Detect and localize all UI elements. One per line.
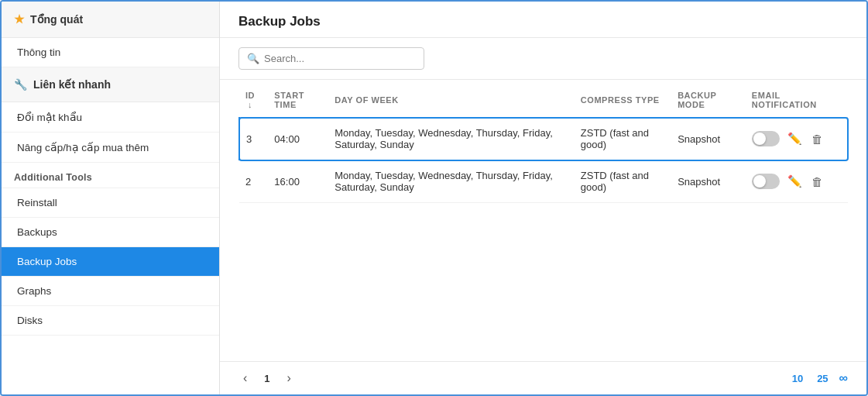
cell-backup-mode: Snapshot: [671, 160, 746, 203]
sidebar-section-tong-quat-label: Tổng quát: [30, 13, 83, 26]
star-icon: ★: [14, 12, 24, 26]
sidebar-item-disks[interactable]: Disks: [2, 306, 219, 336]
sidebar-item-nang-cap-label: Nâng cấp/hạ cấp mua thêm: [17, 141, 149, 153]
sidebar-item-thong-tin-label: Thông tin: [17, 46, 60, 58]
sidebar-section-lien-ket: 🔧 Liên kết nhanh: [2, 67, 219, 102]
cell-start-time: 04:00: [268, 118, 328, 160]
email-toggle[interactable]: [752, 174, 780, 189]
sidebar-item-thong-tin[interactable]: Thông tin: [2, 38, 219, 67]
sidebar-section-tong-quat: ★ Tổng quát: [2, 2, 219, 38]
col-email-notification: EMAIL NOTIFICATION: [746, 83, 848, 118]
sidebar-item-reinstall[interactable]: Reinstall: [2, 188, 219, 218]
edit-button[interactable]: ✏️: [786, 130, 804, 147]
col-compress-type: COMPRESS TYPE: [575, 83, 671, 118]
cell-day-of-week: Monday, Tuesday, Wednesday, Thursday, Fr…: [328, 118, 575, 160]
table-row[interactable]: 3 04:00 Monday, Tuesday, Wednesday, Thur…: [239, 118, 848, 160]
backup-jobs-table: ID ↓ START TIME DAY OF WEEK COMPRESS TYP…: [238, 83, 848, 203]
sidebar-item-doi-mat-khau[interactable]: Đổi mật khẩu: [2, 102, 219, 133]
action-icons: ✏️ 🗑: [752, 130, 842, 147]
cell-backup-mode: Snapshot: [671, 118, 746, 160]
sidebar-section-lien-ket-label: Liên kết nhanh: [33, 78, 111, 91]
search-icon: 🔍: [247, 53, 259, 64]
main-content: Backup Jobs 🔍 ID ↓ START TIME: [220, 2, 866, 394]
table-header-row: ID ↓ START TIME DAY OF WEEK COMPRESS TYP…: [239, 83, 848, 118]
cell-email-notification: ✏️ 🗑: [746, 118, 848, 160]
sidebar-item-backup-jobs[interactable]: Backup Jobs: [2, 247, 219, 277]
delete-button[interactable]: 🗑: [810, 174, 825, 190]
col-id[interactable]: ID ↓: [239, 83, 268, 118]
page-size-25[interactable]: 25: [814, 371, 831, 386]
page-size-10[interactable]: 10: [789, 371, 806, 386]
wrench-icon: 🔧: [14, 78, 27, 91]
action-icons: ✏️ 🗑: [752, 173, 842, 190]
cell-start-time: 16:00: [268, 160, 328, 203]
prev-page-button[interactable]: ‹: [238, 370, 252, 387]
cell-email-notification: ✏️ 🗑: [746, 160, 848, 203]
sidebar-item-graphs-label: Graphs: [17, 285, 51, 297]
sidebar-item-disks-label: Disks: [17, 315, 43, 326]
sidebar-section-additional-tools: Additional Tools: [2, 163, 219, 188]
cell-compress-type: ZSTD (fast and good): [575, 118, 671, 160]
col-day-of-week: DAY OF WEEK: [328, 83, 575, 118]
table-wrap: ID ↓ START TIME DAY OF WEEK COMPRESS TYP…: [220, 80, 866, 361]
delete-button[interactable]: 🗑: [810, 131, 825, 147]
sidebar-item-backup-jobs-label: Backup Jobs: [17, 256, 77, 267]
sidebar-item-backups-label: Backups: [17, 226, 57, 238]
page-header: Backup Jobs: [220, 2, 866, 38]
sidebar-item-nang-cap[interactable]: Nâng cấp/hạ cấp mua thêm: [2, 133, 219, 163]
cell-compress-type: ZSTD (fast and good): [575, 160, 671, 203]
edit-button[interactable]: ✏️: [786, 173, 804, 190]
search-input[interactable]: [264, 53, 416, 64]
sidebar-item-doi-mat-khau-label: Đổi mật khẩu: [17, 111, 82, 123]
current-page: 1: [258, 371, 276, 386]
toolbar: 🔍: [220, 38, 866, 80]
col-start-time: START TIME: [268, 83, 328, 118]
cell-id: 2: [239, 160, 268, 203]
page-size-options: 10 25 ∞: [789, 371, 848, 386]
sidebar-item-graphs[interactable]: Graphs: [2, 277, 219, 306]
col-backup-mode: BACKUP MODE: [671, 83, 746, 118]
sidebar-item-reinstall-label: Reinstall: [17, 197, 57, 208]
main-window: ★ Tổng quát Thông tin 🔧 Liên kết nhanh Đ…: [0, 0, 868, 396]
table-row[interactable]: 2 16:00 Monday, Tuesday, Wednesday, Thur…: [239, 160, 848, 203]
next-page-button[interactable]: ›: [283, 370, 296, 387]
sidebar: ★ Tổng quát Thông tin 🔧 Liên kết nhanh Đ…: [2, 2, 220, 394]
sort-arrow-icon: ↓: [248, 100, 252, 109]
pagination: ‹ 1 › 10 25 ∞: [220, 361, 866, 394]
table-body: 3 04:00 Monday, Tuesday, Wednesday, Thur…: [239, 118, 848, 203]
page-title: Backup Jobs: [238, 14, 321, 29]
page-size-infinity[interactable]: ∞: [839, 371, 848, 385]
cell-day-of-week: Monday, Tuesday, Wednesday, Thursday, Fr…: [328, 160, 575, 203]
email-toggle[interactable]: [752, 131, 780, 146]
table-header: ID ↓ START TIME DAY OF WEEK COMPRESS TYP…: [239, 83, 848, 118]
cell-id: 3: [239, 118, 268, 160]
search-box[interactable]: 🔍: [238, 47, 424, 70]
sidebar-item-backups[interactable]: Backups: [2, 218, 219, 247]
